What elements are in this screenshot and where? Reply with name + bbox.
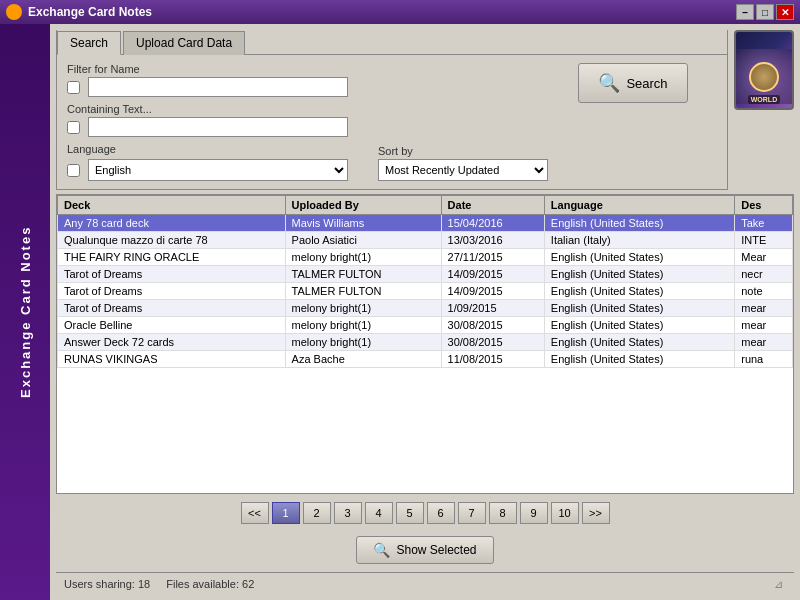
pagination: << 1 2 3 4 5 6 7 8 9 10 >> — [56, 498, 794, 528]
table-cell: note — [735, 283, 793, 300]
top-area: Search Upload Card Data Filter for Name — [56, 30, 794, 190]
table-row[interactable]: Any 78 card deckMavis Williams15/04/2016… — [58, 215, 793, 232]
table-scroll[interactable]: Deck Uploaded By Date Language Des Any 7… — [57, 195, 793, 493]
sidebar-label: Exchange Card Notes — [18, 226, 33, 398]
containing-text-input[interactable] — [88, 117, 348, 137]
filter-name-checkbox[interactable] — [67, 81, 80, 94]
lang-sort-row: Language English Sort by — [67, 143, 548, 181]
table-row[interactable]: RUNAS VIKINGASAza Bache11/08/2015English… — [58, 351, 793, 368]
prev-page-button[interactable]: << — [241, 502, 269, 524]
col-language: Language — [544, 196, 734, 215]
sort-by-select[interactable]: Most Recently Updated Name Date Uploaded… — [378, 159, 548, 181]
next-page-button[interactable]: >> — [582, 502, 610, 524]
resize-handle[interactable]: ⊿ — [774, 578, 786, 590]
table-cell: 30/08/2015 — [441, 317, 544, 334]
show-selected-label: Show Selected — [396, 543, 476, 557]
users-sharing: Users sharing: 18 — [64, 578, 150, 590]
results-table: Deck Uploaded By Date Language Des Any 7… — [57, 195, 793, 368]
minimize-button[interactable]: – — [736, 4, 754, 20]
search-filters: Filter for Name Containing Text... — [67, 63, 548, 181]
table-cell: melony bright(1) — [285, 334, 441, 351]
search-icon: 🔍 — [598, 72, 620, 94]
table-cell: Mear — [735, 249, 793, 266]
table-cell: 15/04/2016 — [441, 215, 544, 232]
containing-text-checkbox[interactable] — [67, 121, 80, 134]
table-cell: English (United States) — [544, 266, 734, 283]
search-button[interactable]: 🔍 Search — [578, 63, 688, 103]
table-cell: THE FAIRY RING ORACLE — [58, 249, 286, 266]
tab-bar: Search Upload Card Data — [57, 30, 727, 55]
page-button-9[interactable]: 9 — [520, 502, 548, 524]
filter-name-input[interactable] — [88, 77, 348, 97]
tab-search[interactable]: Search — [57, 31, 121, 55]
table-cell: Tarot of Dreams — [58, 300, 286, 317]
filter-name-group: Filter for Name — [67, 63, 548, 97]
table-cell: English (United States) — [544, 351, 734, 368]
sort-group: Sort by Most Recently Updated Name Date … — [378, 145, 548, 181]
page-button-4[interactable]: 4 — [365, 502, 393, 524]
page-button-10[interactable]: 10 — [551, 502, 579, 524]
status-bar: Users sharing: 18 Files available: 62 ⊿ — [56, 572, 794, 594]
language-checkbox[interactable] — [67, 164, 80, 177]
table-cell: melony bright(1) — [285, 249, 441, 266]
show-selected-button[interactable]: 🔍 Show Selected — [356, 536, 493, 564]
app-icon — [6, 4, 22, 20]
table-cell: Paolo Asiatici — [285, 232, 441, 249]
table-cell: 27/11/2015 — [441, 249, 544, 266]
close-button[interactable]: ✕ — [776, 4, 794, 20]
table-cell: Take — [735, 215, 793, 232]
table-cell: 1/09/2015 — [441, 300, 544, 317]
table-cell: Oracle Belline — [58, 317, 286, 334]
page-button-7[interactable]: 7 — [458, 502, 486, 524]
table-cell: runa — [735, 351, 793, 368]
table-row[interactable]: Tarot of DreamsTALMER FULTON14/09/2015En… — [58, 266, 793, 283]
page-button-2[interactable]: 2 — [303, 502, 331, 524]
table-cell: mear — [735, 300, 793, 317]
search-button-area: 🔍 Search — [578, 63, 688, 103]
table-cell: TALMER FULTON — [285, 266, 441, 283]
sidebar: Exchange Card Notes — [0, 24, 50, 600]
maximize-button[interactable]: □ — [756, 4, 774, 20]
table-row[interactable]: Tarot of Dreamsmelony bright(1)1/09/2015… — [58, 300, 793, 317]
containing-text-label: Containing Text... — [67, 103, 548, 115]
card-art-inner — [749, 62, 779, 92]
table-row[interactable]: Tarot of DreamsTALMER FULTON14/09/2015En… — [58, 283, 793, 300]
page-button-3[interactable]: 3 — [334, 502, 362, 524]
page-button-5[interactable]: 5 — [396, 502, 424, 524]
table-cell: INTE — [735, 232, 793, 249]
table-cell: English (United States) — [544, 334, 734, 351]
table-cell: melony bright(1) — [285, 317, 441, 334]
table-cell: Any 78 card deck — [58, 215, 286, 232]
language-select[interactable]: English — [88, 159, 348, 181]
table-cell: mear — [735, 317, 793, 334]
card-image-label: WORLD — [748, 95, 780, 104]
page-button-8[interactable]: 8 — [489, 502, 517, 524]
table-cell: 14/09/2015 — [441, 283, 544, 300]
sort-by-label: Sort by — [378, 145, 548, 157]
search-button-label: Search — [626, 76, 667, 91]
containing-text-group: Containing Text... — [67, 103, 548, 137]
table-row[interactable]: THE FAIRY RING ORACLEmelony bright(1)27/… — [58, 249, 793, 266]
table-row[interactable]: Answer Deck 72 cardsmelony bright(1)30/0… — [58, 334, 793, 351]
table-cell: English (United States) — [544, 283, 734, 300]
table-cell: Mavis Williams — [285, 215, 441, 232]
table-cell: Tarot of Dreams — [58, 266, 286, 283]
page-button-6[interactable]: 6 — [427, 502, 455, 524]
table-cell: Qualunque mazzo di carte 78 — [58, 232, 286, 249]
table-cell: English (United States) — [544, 249, 734, 266]
show-selected-area: 🔍 Show Selected — [56, 532, 794, 568]
table-cell: TALMER FULTON — [285, 283, 441, 300]
page-button-1[interactable]: 1 — [272, 502, 300, 524]
filter-name-label: Filter for Name — [67, 63, 548, 75]
table-cell: RUNAS VIKINGAS — [58, 351, 286, 368]
window-title: Exchange Card Notes — [28, 5, 736, 19]
card-image: WORLD — [734, 30, 794, 110]
table-row[interactable]: Qualunque mazzo di carte 78Paolo Asiatic… — [58, 232, 793, 249]
table-row[interactable]: Oracle Bellinemelony bright(1)30/08/2015… — [58, 317, 793, 334]
tab-upload[interactable]: Upload Card Data — [123, 31, 245, 55]
table-cell: melony bright(1) — [285, 300, 441, 317]
results-table-wrapper: Deck Uploaded By Date Language Des Any 7… — [56, 194, 794, 494]
table-cell: 14/09/2015 — [441, 266, 544, 283]
table-header-row: Deck Uploaded By Date Language Des — [58, 196, 793, 215]
table-cell: 13/03/2016 — [441, 232, 544, 249]
